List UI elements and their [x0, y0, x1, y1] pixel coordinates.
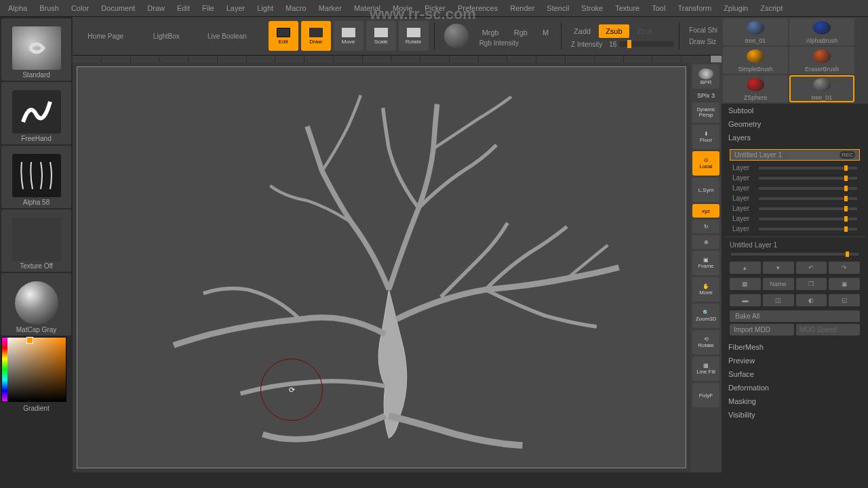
- layer-new-button[interactable]: ▦: [730, 278, 761, 290]
- mrgb-mode[interactable]: Mrgb: [475, 26, 506, 39]
- mdd-speed-button[interactable]: MDD Speed: [796, 324, 861, 336]
- section-preview[interactable]: Preview: [722, 354, 868, 367]
- layer-row[interactable]: Layer: [724, 163, 865, 173]
- scale-button[interactable]: Scale: [366, 21, 396, 51]
- polyf-button[interactable]: PolyF: [692, 383, 719, 407]
- stroke-slot[interactable]: FreeHand: [1, 82, 71, 144]
- layer-slider[interactable]: [759, 218, 857, 220]
- section-deformation[interactable]: Deformation: [722, 381, 868, 394]
- layer-dup-button[interactable]: ❐: [796, 278, 827, 290]
- rec-badge[interactable]: REC: [840, 151, 855, 159]
- gradient-label[interactable]: Gradient: [1, 403, 71, 413]
- layer-row[interactable]: Layer: [724, 193, 865, 203]
- lsym-button[interactable]: L.Sym: [692, 178, 719, 202]
- local-button[interactable]: ⊙Local: [692, 151, 719, 176]
- layer-up-button[interactable]: ▴: [730, 262, 761, 274]
- menu-zplugin[interactable]: Zplugin: [718, 2, 753, 14]
- active-layer[interactable]: Untitled Layer 1 REC: [730, 149, 860, 161]
- layer-row[interactable]: Layer: [724, 214, 865, 224]
- layer-slider[interactable]: [759, 228, 857, 230]
- layer-name-button[interactable]: Name: [763, 278, 794, 290]
- layer-split-button[interactable]: ◫: [763, 294, 794, 306]
- menu-document[interactable]: Document: [96, 2, 140, 14]
- layer-slider[interactable]: [759, 167, 857, 169]
- layer-row[interactable]: Layer: [724, 224, 865, 234]
- import-mdd-button[interactable]: Import MDD: [730, 324, 794, 336]
- frame-button[interactable]: ▣Frame: [692, 251, 719, 275]
- section-layers[interactable]: Layers: [722, 131, 868, 144]
- zcut-mode[interactable]: Zcut: [631, 24, 658, 38]
- color-swatch[interactable]: [26, 337, 33, 344]
- color-picker[interactable]: [1, 337, 66, 402]
- section-subtool[interactable]: Subtool: [722, 104, 868, 117]
- menu-preferences[interactable]: Preferences: [452, 2, 503, 14]
- menu-picker[interactable]: Picker: [419, 2, 451, 14]
- floor-button[interactable]: ⬇Floor: [692, 125, 719, 149]
- layer-intensity-slider[interactable]: [731, 253, 859, 256]
- menu-color[interactable]: Color: [66, 2, 94, 14]
- menu-macro[interactable]: Macro: [280, 2, 312, 14]
- tool-thumb-simplebrush[interactable]: SimpleBrush: [723, 47, 788, 74]
- xyz-button[interactable]: xyz: [692, 204, 719, 218]
- menu-zscript[interactable]: Zscript: [755, 2, 788, 14]
- layer-next-button[interactable]: ↷: [829, 262, 860, 274]
- layer-down-button[interactable]: ▾: [763, 262, 794, 274]
- zoom3d-button[interactable]: 🔍Zoom3D: [692, 304, 719, 328]
- menu-tool[interactable]: Tool: [646, 2, 671, 14]
- layer-row[interactable]: Layer: [724, 203, 865, 214]
- menu-movie[interactable]: Movie: [387, 2, 418, 14]
- edit-button[interactable]: Edit: [269, 21, 298, 51]
- tool-thumb-tree_01[interactable]: tree_01: [723, 18, 788, 45]
- menu-draw[interactable]: Draw: [142, 2, 170, 14]
- layer-prev-button[interactable]: ↶: [796, 262, 827, 274]
- lightbox-tab[interactable]: LightBox: [138, 26, 196, 47]
- move-view-button[interactable]: ✋Move: [692, 277, 719, 302]
- tool-thumb-eraserbrush[interactable]: EraserBrush: [789, 47, 854, 74]
- timeline[interactable]: [73, 56, 722, 62]
- section-masking[interactable]: Masking: [722, 394, 868, 408]
- layer-clear-button[interactable]: ◱: [829, 294, 860, 306]
- menu-brush[interactable]: Brush: [34, 2, 64, 14]
- material-slot[interactable]: MatCap Gray: [1, 273, 71, 336]
- bpr-button[interactable]: BPR: [692, 64, 719, 89]
- zsub-mode[interactable]: Zsub: [599, 24, 629, 38]
- move-button[interactable]: Move: [334, 21, 363, 51]
- layer-row[interactable]: Layer: [724, 183, 865, 193]
- menu-edit[interactable]: Edit: [172, 2, 195, 14]
- layer-invert-button[interactable]: ◐: [796, 294, 827, 306]
- rotate-axis-button[interactable]: ↻: [692, 220, 719, 233]
- rotate-button[interactable]: Rotate: [399, 21, 429, 51]
- layer-slider[interactable]: [759, 207, 857, 210]
- zadd-mode[interactable]: Zadd: [567, 24, 597, 38]
- gyro-icon[interactable]: [444, 24, 469, 48]
- menu-material[interactable]: Material: [349, 2, 386, 14]
- z-intensity-slider[interactable]: [619, 41, 673, 47]
- section-visibility[interactable]: Visibility: [722, 408, 868, 422]
- tool-thumb-tree_01[interactable]: tree_01: [789, 75, 854, 102]
- menu-light[interactable]: Light: [252, 2, 279, 14]
- menu-marker[interactable]: Marker: [313, 2, 347, 14]
- draw-button[interactable]: Draw: [301, 21, 331, 51]
- hue-strip[interactable]: [2, 338, 7, 401]
- spix-label[interactable]: SPix 3: [692, 91, 719, 100]
- section-geometry[interactable]: Geometry: [722, 117, 868, 131]
- line-fill-button[interactable]: ▦Line Fill: [692, 357, 719, 381]
- bake-all-button[interactable]: Bake All: [730, 310, 860, 322]
- m-mode[interactable]: M: [536, 26, 555, 39]
- timeline-marker[interactable]: [711, 56, 722, 62]
- section-surface[interactable]: Surface: [722, 367, 868, 381]
- rotate-view-button[interactable]: ⟲Rotate: [692, 330, 719, 354]
- canvas-3d[interactable]: ⟳: [77, 66, 686, 468]
- rgb-mode[interactable]: Rgb: [507, 26, 534, 39]
- menu-render[interactable]: Render: [505, 2, 540, 14]
- layer-row[interactable]: Layer: [724, 173, 865, 183]
- brush-slot[interactable]: Standard: [1, 18, 71, 81]
- home-page-tab[interactable]: Home Page: [77, 26, 135, 47]
- tool-thumb-zsphere[interactable]: ZSphere: [723, 75, 788, 102]
- layer-slider[interactable]: [759, 177, 857, 180]
- section-fibermesh[interactable]: FiberMesh: [722, 340, 868, 354]
- layer-slider[interactable]: [759, 197, 857, 200]
- alpha-slot[interactable]: Alpha 58: [1, 146, 71, 208]
- menu-stencil[interactable]: Stencil: [541, 2, 574, 14]
- dynamic-persp-button[interactable]: DynamicPersp: [692, 102, 719, 123]
